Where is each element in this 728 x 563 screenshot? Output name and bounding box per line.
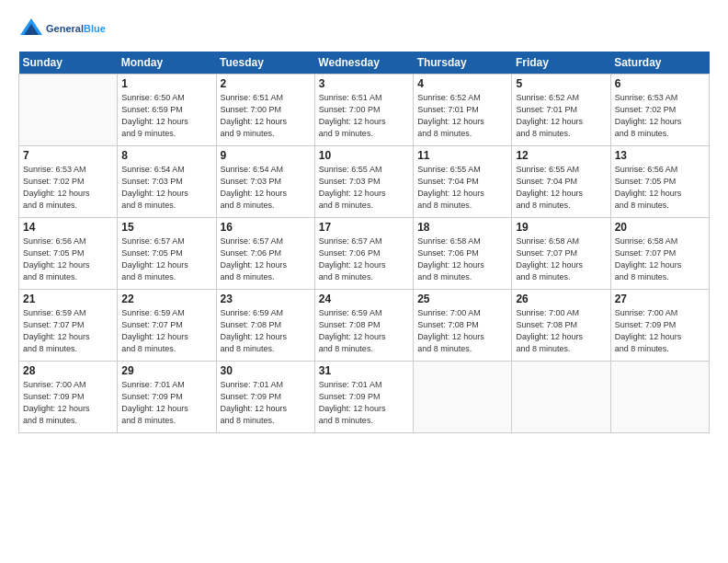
header-row: Sunday Monday Tuesday Wednesday Thursday… bbox=[19, 52, 710, 75]
day-number: 23 bbox=[221, 293, 311, 305]
calendar-cell: 15Sunrise: 6:57 AM Sunset: 7:05 PM Dayli… bbox=[118, 218, 216, 290]
day-number: 14 bbox=[23, 221, 113, 234]
col-thursday: Thursday bbox=[414, 52, 512, 75]
day-number: 17 bbox=[319, 221, 409, 234]
day-detail: Sunrise: 7:01 AM Sunset: 7:09 PM Dayligh… bbox=[319, 379, 409, 427]
day-detail: Sunrise: 6:59 AM Sunset: 7:08 PM Dayligh… bbox=[319, 307, 409, 355]
calendar-cell: 6Sunrise: 6:53 AM Sunset: 7:02 PM Daylig… bbox=[610, 75, 709, 146]
day-detail: Sunrise: 7:00 AM Sunset: 7:08 PM Dayligh… bbox=[516, 307, 606, 355]
day-number: 11 bbox=[417, 149, 507, 162]
calendar-cell: 9Sunrise: 6:54 AM Sunset: 7:03 PM Daylig… bbox=[216, 146, 314, 218]
calendar-cell: 22Sunrise: 6:59 AM Sunset: 7:07 PM Dayli… bbox=[118, 290, 216, 362]
calendar-cell: 21Sunrise: 6:59 AM Sunset: 7:07 PM Dayli… bbox=[19, 290, 118, 362]
week-row-1: 1Sunrise: 6:50 AM Sunset: 6:59 PM Daylig… bbox=[19, 75, 710, 146]
day-detail: Sunrise: 6:55 AM Sunset: 7:04 PM Dayligh… bbox=[417, 164, 507, 212]
day-number: 5 bbox=[516, 77, 606, 90]
day-detail: Sunrise: 6:57 AM Sunset: 7:06 PM Dayligh… bbox=[319, 236, 409, 283]
day-number: 9 bbox=[221, 149, 311, 162]
calendar-cell: 12Sunrise: 6:55 AM Sunset: 7:04 PM Dayli… bbox=[512, 146, 610, 218]
day-detail: Sunrise: 6:59 AM Sunset: 7:08 PM Dayligh… bbox=[221, 307, 311, 355]
col-saturday: Saturday bbox=[610, 52, 709, 75]
day-detail: Sunrise: 6:57 AM Sunset: 7:05 PM Dayligh… bbox=[121, 236, 211, 283]
calendar-cell: 4Sunrise: 6:52 AM Sunset: 7:01 PM Daylig… bbox=[414, 75, 512, 146]
calendar-cell: 11Sunrise: 6:55 AM Sunset: 7:04 PM Dayli… bbox=[414, 146, 512, 218]
day-number: 26 bbox=[516, 293, 606, 305]
day-number: 27 bbox=[615, 293, 705, 305]
calendar-cell: 5Sunrise: 6:52 AM Sunset: 7:01 PM Daylig… bbox=[512, 75, 610, 146]
calendar-cell: 7Sunrise: 6:53 AM Sunset: 7:02 PM Daylig… bbox=[19, 146, 118, 218]
page: GeneralBlue Sunday Monday Tuesday Wednes… bbox=[0, 0, 728, 442]
day-detail: Sunrise: 6:58 AM Sunset: 7:07 PM Dayligh… bbox=[615, 236, 705, 283]
calendar-cell: 23Sunrise: 6:59 AM Sunset: 7:08 PM Dayli… bbox=[216, 290, 314, 362]
calendar-cell bbox=[512, 362, 610, 433]
day-number: 8 bbox=[121, 149, 211, 162]
day-detail: Sunrise: 6:58 AM Sunset: 7:07 PM Dayligh… bbox=[516, 236, 606, 283]
calendar-cell bbox=[414, 362, 512, 433]
day-detail: Sunrise: 6:54 AM Sunset: 7:03 PM Dayligh… bbox=[221, 164, 311, 212]
day-detail: Sunrise: 6:56 AM Sunset: 7:05 PM Dayligh… bbox=[23, 236, 113, 283]
day-detail: Sunrise: 6:51 AM Sunset: 7:00 PM Dayligh… bbox=[221, 92, 311, 140]
day-detail: Sunrise: 6:50 AM Sunset: 6:59 PM Dayligh… bbox=[121, 92, 211, 140]
calendar-cell: 25Sunrise: 7:00 AM Sunset: 7:08 PM Dayli… bbox=[414, 290, 512, 362]
day-detail: Sunrise: 6:57 AM Sunset: 7:06 PM Dayligh… bbox=[221, 236, 311, 283]
calendar-cell: 19Sunrise: 6:58 AM Sunset: 7:07 PM Dayli… bbox=[512, 218, 610, 290]
day-number: 7 bbox=[23, 149, 113, 162]
day-detail: Sunrise: 6:56 AM Sunset: 7:05 PM Dayligh… bbox=[615, 164, 705, 212]
calendar-cell: 3Sunrise: 6:51 AM Sunset: 7:00 PM Daylig… bbox=[314, 75, 413, 146]
day-detail: Sunrise: 7:01 AM Sunset: 7:09 PM Dayligh… bbox=[121, 379, 211, 427]
day-number: 13 bbox=[615, 149, 705, 162]
col-tuesday: Tuesday bbox=[216, 52, 314, 75]
calendar-cell: 30Sunrise: 7:01 AM Sunset: 7:09 PM Dayli… bbox=[216, 362, 314, 433]
calendar-cell bbox=[610, 362, 709, 433]
day-number: 2 bbox=[221, 77, 311, 90]
calendar-cell: 10Sunrise: 6:55 AM Sunset: 7:03 PM Dayli… bbox=[314, 146, 413, 218]
day-detail: Sunrise: 6:59 AM Sunset: 7:07 PM Dayligh… bbox=[121, 307, 211, 355]
logo: GeneralBlue bbox=[18, 17, 106, 42]
day-detail: Sunrise: 6:58 AM Sunset: 7:06 PM Dayligh… bbox=[417, 236, 507, 283]
calendar-cell bbox=[19, 75, 118, 146]
calendar-cell: 17Sunrise: 6:57 AM Sunset: 7:06 PM Dayli… bbox=[314, 218, 413, 290]
calendar-cell: 18Sunrise: 6:58 AM Sunset: 7:06 PM Dayli… bbox=[414, 218, 512, 290]
calendar-cell: 13Sunrise: 6:56 AM Sunset: 7:05 PM Dayli… bbox=[610, 146, 709, 218]
col-wednesday: Wednesday bbox=[314, 52, 413, 75]
day-detail: Sunrise: 6:55 AM Sunset: 7:03 PM Dayligh… bbox=[319, 164, 409, 212]
day-detail: Sunrise: 7:00 AM Sunset: 7:09 PM Dayligh… bbox=[23, 379, 113, 427]
day-number: 15 bbox=[121, 221, 211, 234]
week-row-4: 21Sunrise: 6:59 AM Sunset: 7:07 PM Dayli… bbox=[19, 290, 710, 362]
day-number: 21 bbox=[23, 293, 113, 305]
header: GeneralBlue bbox=[18, 17, 710, 42]
week-row-2: 7Sunrise: 6:53 AM Sunset: 7:02 PM Daylig… bbox=[19, 146, 710, 218]
day-detail: Sunrise: 6:51 AM Sunset: 7:00 PM Dayligh… bbox=[319, 92, 409, 140]
day-number: 22 bbox=[121, 293, 211, 305]
calendar-cell: 24Sunrise: 6:59 AM Sunset: 7:08 PM Dayli… bbox=[314, 290, 413, 362]
day-number: 18 bbox=[417, 221, 507, 234]
calendar-cell: 8Sunrise: 6:54 AM Sunset: 7:03 PM Daylig… bbox=[118, 146, 216, 218]
day-number: 31 bbox=[319, 364, 409, 377]
day-number: 10 bbox=[319, 149, 409, 162]
day-number: 20 bbox=[615, 221, 705, 234]
calendar-cell: 26Sunrise: 7:00 AM Sunset: 7:08 PM Dayli… bbox=[512, 290, 610, 362]
calendar-cell: 27Sunrise: 7:00 AM Sunset: 7:09 PM Dayli… bbox=[610, 290, 709, 362]
calendar-table: Sunday Monday Tuesday Wednesday Thursday… bbox=[18, 52, 710, 433]
day-number: 25 bbox=[417, 293, 507, 305]
day-detail: Sunrise: 6:52 AM Sunset: 7:01 PM Dayligh… bbox=[516, 92, 606, 140]
day-number: 6 bbox=[615, 77, 705, 90]
day-detail: Sunrise: 7:01 AM Sunset: 7:09 PM Dayligh… bbox=[221, 379, 311, 427]
day-detail: Sunrise: 6:54 AM Sunset: 7:03 PM Dayligh… bbox=[121, 164, 211, 212]
day-number: 29 bbox=[121, 364, 211, 377]
day-number: 19 bbox=[516, 221, 606, 234]
calendar-cell: 20Sunrise: 6:58 AM Sunset: 7:07 PM Dayli… bbox=[610, 218, 709, 290]
day-number: 1 bbox=[121, 77, 211, 90]
calendar-cell: 2Sunrise: 6:51 AM Sunset: 7:00 PM Daylig… bbox=[216, 75, 314, 146]
day-detail: Sunrise: 6:53 AM Sunset: 7:02 PM Dayligh… bbox=[23, 164, 113, 212]
day-detail: Sunrise: 6:59 AM Sunset: 7:07 PM Dayligh… bbox=[23, 307, 113, 355]
day-detail: Sunrise: 7:00 AM Sunset: 7:08 PM Dayligh… bbox=[417, 307, 507, 355]
day-number: 28 bbox=[23, 364, 113, 377]
day-number: 4 bbox=[417, 77, 507, 90]
calendar-cell: 28Sunrise: 7:00 AM Sunset: 7:09 PM Dayli… bbox=[19, 362, 118, 433]
day-detail: Sunrise: 6:53 AM Sunset: 7:02 PM Dayligh… bbox=[615, 92, 705, 140]
day-detail: Sunrise: 6:55 AM Sunset: 7:04 PM Dayligh… bbox=[516, 164, 606, 212]
calendar-cell: 16Sunrise: 6:57 AM Sunset: 7:06 PM Dayli… bbox=[216, 218, 314, 290]
col-friday: Friday bbox=[512, 52, 610, 75]
day-detail: Sunrise: 6:52 AM Sunset: 7:01 PM Dayligh… bbox=[417, 92, 507, 140]
